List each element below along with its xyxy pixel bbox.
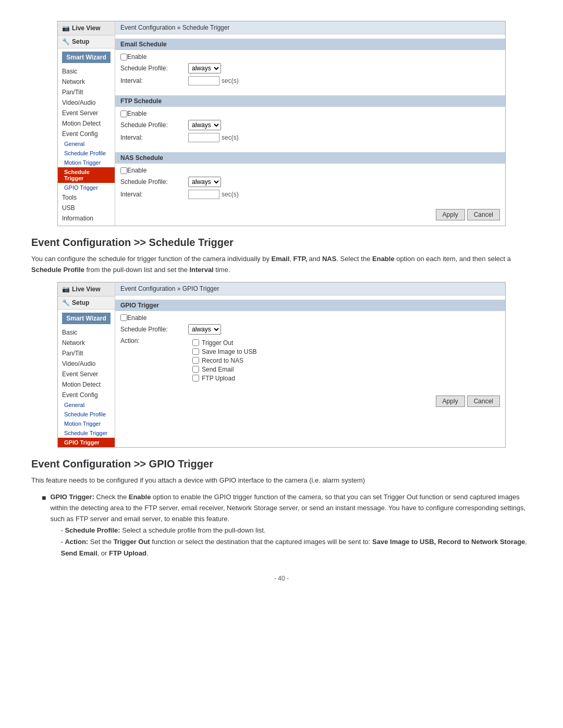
panel2-cancel-button[interactable]: Cancel bbox=[467, 396, 500, 407]
gpio-enable-label: Enable bbox=[127, 314, 146, 322]
sidebar-item-information[interactable]: Information bbox=[58, 213, 115, 224]
sidebar-item-tools[interactable]: Tools bbox=[58, 192, 115, 203]
sidebar2-live-view[interactable]: 📷 Live View bbox=[58, 282, 115, 297]
nas-enable-row: Enable bbox=[120, 167, 500, 174]
sidebar-item-basic[interactable]: Basic bbox=[58, 66, 115, 77]
email-interval-unit: sec(s) bbox=[222, 77, 239, 84]
email-interval-input[interactable]: 20 bbox=[188, 76, 219, 85]
gpio-triggerout-checkbox[interactable] bbox=[192, 339, 199, 346]
ftp-enable-row: Enable bbox=[120, 110, 500, 117]
sidebar-panel1: 📷 Live View 🔧 Setup Smart Wizard Basic N… bbox=[58, 21, 115, 226]
gpio-saveimagetousb-label: Save Image to USB bbox=[202, 348, 256, 355]
ftp-enable-label: Enable bbox=[127, 110, 146, 117]
ftp-schedule-form: Enable Schedule Profile: always Interval… bbox=[115, 107, 505, 148]
gpio-action-group: Trigger Out Save Image to USB Record to … bbox=[188, 337, 261, 386]
ftp-schedule-profile-select[interactable]: always bbox=[188, 120, 221, 130]
sidebar2-item-motiontrigger[interactable]: Motion Trigger bbox=[58, 419, 115, 428]
sidebar2-item-eventconfig[interactable]: Event Config bbox=[58, 390, 115, 400]
gpio-action-saveimagetousb: Save Image to USB bbox=[192, 348, 256, 355]
ftp-schedule-profile-row: Schedule Profile: always bbox=[120, 120, 500, 130]
panel1-btn-row: Apply Cancel bbox=[115, 205, 505, 226]
email-schedule-profile-row: Schedule Profile: always bbox=[120, 63, 500, 73]
sidebar-item-network[interactable]: Network bbox=[58, 77, 115, 87]
sidebar-item-usb[interactable]: USB bbox=[58, 203, 115, 213]
nas-interval-row: Interval: 30 sec(s) bbox=[120, 190, 500, 199]
nas-schedule-profile-label: Schedule Profile: bbox=[120, 178, 188, 186]
panel2-btn-row: Apply Cancel bbox=[115, 391, 505, 412]
sidebar-item-motiontrigger[interactable]: Motion Trigger bbox=[58, 158, 115, 167]
ftp-enable-checkbox[interactable] bbox=[120, 110, 127, 117]
gpio-action-row: Action: Trigger Out Save Image to USB Re… bbox=[120, 337, 500, 386]
sidebar-item-scheduletrigger[interactable]: Schedule Trigger bbox=[58, 167, 115, 183]
section1-description: You can configure the schedule for trigg… bbox=[31, 254, 532, 276]
camera-icon: 📷 bbox=[62, 24, 70, 32]
section2-description: This feature needs to be configured if y… bbox=[31, 475, 532, 486]
email-enable-checkbox[interactable] bbox=[120, 54, 127, 60]
sidebar2-item-motiondetect[interactable]: Motion Detect bbox=[58, 379, 115, 390]
gpio-saveimagetousb-checkbox[interactable] bbox=[192, 348, 199, 355]
page-number: - 40 - bbox=[31, 575, 532, 582]
sidebar2-item-scheduleprofile[interactable]: Schedule Profile bbox=[58, 410, 115, 419]
bullet-item-gpio: ■ GPIO Trigger: Check the Enable option … bbox=[42, 492, 532, 559]
sidebar2-item-pantilt[interactable]: Pan/Tilt bbox=[58, 348, 115, 359]
smart-wizard-button2[interactable]: Smart Wizard bbox=[62, 313, 111, 324]
sidebar2-item-eventserver[interactable]: Event Server bbox=[58, 369, 115, 379]
main-content-panel2: Event Configuration » GPIO Trigger GPIO … bbox=[115, 282, 505, 447]
sidebar-item-pantilt[interactable]: Pan/Tilt bbox=[58, 87, 115, 97]
nas-schedule-profile-select[interactable]: always bbox=[188, 177, 221, 187]
gpio-ftpupload-checkbox[interactable] bbox=[192, 375, 199, 381]
panel2-apply-button[interactable]: Apply bbox=[436, 396, 465, 407]
section1-title: Event Configuration >> Schedule Trigger bbox=[31, 237, 532, 249]
sidebar-item-eventconfig[interactable]: Event Config bbox=[58, 129, 115, 139]
email-schedule-profile-label: Schedule Profile: bbox=[120, 65, 188, 72]
gpio-sendemail-checkbox[interactable] bbox=[192, 366, 199, 373]
nas-interval-label: Interval: bbox=[120, 191, 188, 198]
panel1-apply-button[interactable]: Apply bbox=[436, 209, 465, 220]
nas-schedule-header: NAS Schedule bbox=[115, 152, 505, 164]
gpio-action-triggerout: Trigger Out bbox=[192, 339, 256, 347]
nas-interval-input[interactable]: 30 bbox=[188, 190, 219, 199]
email-schedule-form: Enable Schedule Profile: always Interval… bbox=[115, 50, 505, 91]
nas-schedule-form: Enable Schedule Profile: always Interval… bbox=[115, 164, 505, 205]
gpio-recordtonas-checkbox[interactable] bbox=[192, 357, 199, 364]
camera-icon2: 📷 bbox=[62, 286, 70, 293]
sidebar-item-general[interactable]: General bbox=[58, 139, 115, 149]
sub-bullet-action: Action: Set the Trigger Out function or … bbox=[60, 536, 532, 559]
sidebar-live-view[interactable]: 📷 Live View bbox=[58, 21, 115, 35]
main-content-panel1: Event Configuration » Schedule Trigger E… bbox=[115, 21, 505, 226]
panel1-cancel-button[interactable]: Cancel bbox=[467, 209, 500, 220]
gpio-action-ftpupload: FTP Upload bbox=[192, 375, 256, 382]
sidebar-item-eventserver[interactable]: Event Server bbox=[58, 108, 115, 118]
email-schedule-header: Email Schedule bbox=[115, 39, 505, 50]
gpio-schedule-profile-select[interactable]: always bbox=[188, 324, 221, 335]
setup-icon: 🔧 bbox=[62, 38, 70, 45]
email-schedule-profile-select[interactable]: always bbox=[188, 63, 221, 73]
sidebar2-item-gpiotrigger[interactable]: GPIO Trigger bbox=[58, 438, 115, 447]
breadcrumb-panel2: Event Configuration » GPIO Trigger bbox=[115, 282, 505, 295]
gpio-schedule-profile-row: Schedule Profile: always bbox=[120, 324, 500, 335]
sidebar2-item-scheduletrigger[interactable]: Schedule Trigger bbox=[58, 428, 115, 438]
sidebar2-setup[interactable]: 🔧 Setup bbox=[58, 297, 115, 310]
nas-enable-checkbox[interactable] bbox=[120, 167, 127, 174]
sidebar-setup[interactable]: 🔧 Setup bbox=[58, 35, 115, 48]
sidebar2-item-videoaudio[interactable]: Video/Audio bbox=[58, 359, 115, 369]
smart-wizard-button[interactable]: Smart Wizard bbox=[62, 52, 111, 63]
gpio-trigger-panel: 📷 Live View 🔧 Setup Smart Wizard Basic N… bbox=[57, 282, 506, 448]
sidebar-item-scheduleprofile[interactable]: Schedule Profile bbox=[58, 149, 115, 158]
sub-bullet-scheduleprofile: Schedule Profile: Select a schedule prof… bbox=[60, 525, 532, 536]
gpio-enable-checkbox[interactable] bbox=[120, 314, 127, 321]
sidebar-item-gpiotrigger[interactable]: GPIO Trigger bbox=[58, 183, 115, 192]
sidebar2-item-general[interactable]: General bbox=[58, 400, 115, 410]
sidebar2-item-basic[interactable]: Basic bbox=[58, 327, 115, 338]
email-enable-label: Enable bbox=[127, 53, 146, 60]
sidebar-item-videoaudio[interactable]: Video/Audio bbox=[58, 97, 115, 108]
gpio-action-sendemail: Send Email bbox=[192, 366, 256, 373]
sub-bullets: Schedule Profile: Select a schedule prof… bbox=[60, 525, 532, 559]
gpio-trigger-header: GPIO Trigger bbox=[115, 300, 505, 311]
sidebar2-item-network[interactable]: Network bbox=[58, 338, 115, 348]
nas-schedule-profile-row: Schedule Profile: always bbox=[120, 177, 500, 187]
section2-title: Event Configuration >> GPIO Trigger bbox=[31, 458, 532, 470]
ftp-interval-input[interactable]: 30 bbox=[188, 133, 219, 142]
sidebar-item-motiondetect[interactable]: Motion Detect bbox=[58, 118, 115, 129]
ftp-interval-label: Interval: bbox=[120, 134, 188, 141]
